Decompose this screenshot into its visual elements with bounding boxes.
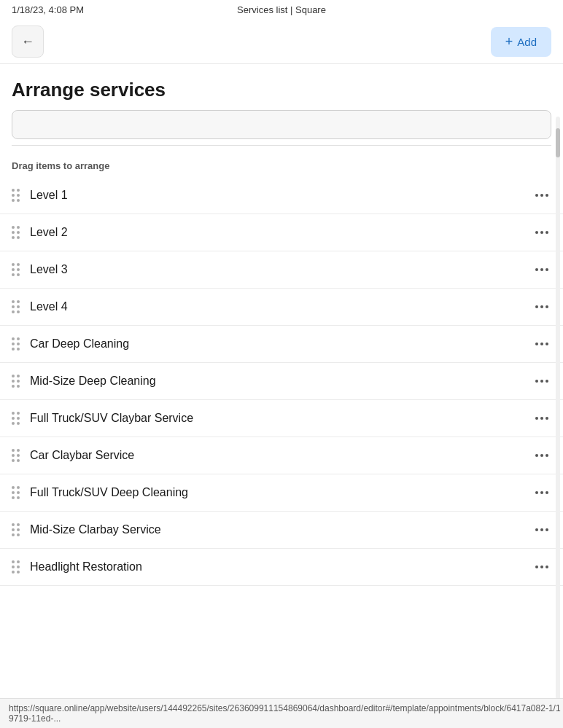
drag-handle-row-1 — [12, 560, 20, 563]
list-item[interactable]: Level 4 — [0, 289, 563, 326]
drag-handle[interactable] — [12, 300, 20, 313]
list-item[interactable]: Level 3 — [0, 251, 563, 289]
drag-dot — [17, 565, 20, 568]
drag-handle-row-3 — [12, 236, 20, 239]
more-dot — [545, 454, 548, 457]
more-dot — [545, 380, 548, 383]
service-name: Level 1 — [30, 189, 532, 202]
more-dot — [545, 231, 548, 234]
more-dot — [540, 491, 543, 494]
drag-dot — [17, 226, 20, 229]
drag-handle-row-2 — [12, 380, 20, 383]
list-item[interactable]: Full Truck/SUV Deep Cleaning — [0, 474, 563, 512]
drag-dot — [12, 194, 15, 197]
more-menu-button[interactable] — [532, 487, 551, 498]
scrollbar-thumb[interactable] — [556, 128, 560, 157]
drag-handle[interactable] — [12, 412, 20, 425]
drag-dot — [17, 417, 20, 420]
more-dot — [535, 343, 538, 345]
list-item[interactable]: Headlight Restoration — [0, 549, 563, 586]
drag-handle-row-1 — [12, 523, 20, 526]
drag-handle-row-3 — [12, 273, 20, 276]
drag-label: Drag items to arrange — [0, 152, 563, 177]
drag-dot — [17, 496, 20, 499]
drag-handle[interactable] — [12, 337, 20, 351]
more-menu-button[interactable] — [532, 227, 551, 238]
drag-handle[interactable] — [12, 226, 20, 239]
drag-dot — [12, 528, 15, 531]
list-item[interactable]: Full Truck/SUV Claybar Service — [0, 400, 563, 437]
drag-handle[interactable] — [12, 375, 20, 388]
drag-dot — [17, 231, 20, 234]
drag-dot — [12, 348, 15, 351]
drag-handle[interactable] — [12, 486, 20, 499]
drag-handle-row-2 — [12, 565, 20, 568]
more-menu-button[interactable] — [532, 189, 551, 201]
drag-dot — [12, 412, 15, 415]
drag-dot — [12, 385, 15, 388]
drag-dot — [12, 236, 15, 239]
drag-dot — [17, 491, 20, 494]
drag-handle-row-2 — [12, 528, 20, 531]
back-button[interactable]: ← — [12, 26, 44, 58]
list-item[interactable]: Mid-Size Deep Cleaning — [0, 363, 563, 400]
drag-dot — [17, 449, 20, 452]
drag-dot — [17, 385, 20, 388]
drag-handle-row-2 — [12, 343, 20, 345]
drag-handle[interactable] — [12, 189, 20, 202]
scrollbar-track[interactable] — [556, 117, 560, 700]
more-dot — [535, 565, 538, 568]
more-menu-button[interactable] — [532, 412, 551, 424]
more-menu-button[interactable] — [532, 301, 551, 313]
divider — [12, 145, 551, 146]
list-item[interactable]: Car Claybar Service — [0, 437, 563, 474]
drag-dot — [17, 236, 20, 239]
drag-handle[interactable] — [12, 523, 20, 536]
more-menu-button[interactable] — [532, 264, 551, 275]
drag-dot — [12, 454, 15, 457]
service-name: Full Truck/SUV Claybar Service — [30, 412, 532, 425]
drag-dot — [12, 310, 15, 313]
drag-handle[interactable] — [12, 560, 20, 574]
drag-handle-row-2 — [12, 268, 20, 271]
more-dot — [535, 231, 538, 234]
drag-dot — [17, 533, 20, 536]
drag-dot — [17, 375, 20, 377]
drag-dot — [12, 380, 15, 383]
more-menu-button[interactable] — [532, 375, 551, 387]
drag-handle-row-3 — [12, 459, 20, 462]
more-dot — [545, 343, 548, 345]
drag-handle-row-3 — [12, 348, 20, 351]
list-item[interactable]: Level 1 — [0, 177, 563, 214]
more-menu-button[interactable] — [532, 524, 551, 536]
more-dot — [540, 194, 543, 197]
drag-dot — [12, 486, 15, 489]
drag-dot — [12, 189, 15, 192]
drag-dot — [12, 263, 15, 266]
service-name: Level 4 — [30, 300, 532, 313]
more-dot — [545, 194, 548, 197]
more-menu-button[interactable] — [532, 450, 551, 461]
more-menu-button[interactable] — [532, 561, 551, 573]
search-area — [12, 110, 551, 139]
more-dot — [540, 565, 543, 568]
search-input[interactable] — [12, 110, 551, 139]
more-menu-button[interactable] — [532, 338, 551, 350]
drag-handle-row-2 — [12, 417, 20, 420]
drag-handle[interactable] — [12, 263, 20, 276]
more-dot — [540, 305, 543, 308]
list-item[interactable]: Car Deep Cleaning — [0, 326, 563, 363]
more-dot — [545, 565, 548, 568]
drag-dot — [12, 305, 15, 308]
service-name: Full Truck/SUV Deep Cleaning — [30, 486, 532, 499]
drag-dot — [17, 273, 20, 276]
drag-dot — [12, 422, 15, 425]
drag-dot — [17, 486, 20, 489]
drag-handle[interactable] — [12, 449, 20, 462]
service-name: Car Claybar Service — [30, 449, 532, 462]
add-button[interactable]: + Add — [491, 27, 551, 57]
drag-dot — [17, 348, 20, 351]
drag-handle-row-1 — [12, 226, 20, 229]
list-item[interactable]: Mid-Size Clarbay Service — [0, 512, 563, 549]
list-item[interactable]: Level 2 — [0, 214, 563, 251]
